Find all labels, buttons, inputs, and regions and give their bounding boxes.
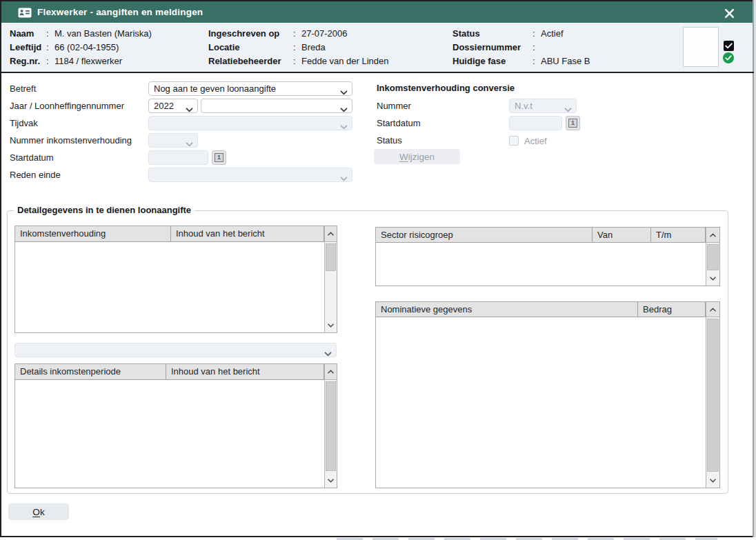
field-label: Naam <box>10 28 46 39</box>
chevron-up-icon <box>328 232 334 236</box>
header-field-regnr: Reg.nr.:1184 / flexwerker <box>10 55 122 66</box>
chevron-down-icon <box>324 348 332 357</box>
jaar-select[interactable]: 2022 <box>148 99 198 113</box>
window-title: Flexwerker - aangiften en meldingen <box>37 7 203 17</box>
nummer-inkomstenverhouding-label: Nummer inkomstenverhouding <box>10 135 132 146</box>
startdatum-calendar-button[interactable]: 1 <box>212 150 226 165</box>
close-button[interactable] <box>723 7 735 19</box>
inkomstenverhouding-table-header: Inkomstenverhouding Inhoud van het beric… <box>15 226 337 242</box>
scroll-down-button[interactable] <box>706 474 719 488</box>
startdatum-label: Startdatum <box>10 152 54 163</box>
conversie-nummer-selected-value: N.v.t <box>515 101 533 111</box>
scroll-up-button[interactable] <box>325 226 337 242</box>
chevron-down-icon <box>564 104 572 113</box>
conversie-startdatum-label: Startdatum <box>377 118 421 128</box>
field-label: Ingeschreven op <box>208 28 293 39</box>
field-separator: : <box>533 56 541 66</box>
field-value: ABU Fase B <box>541 56 590 66</box>
betreft-select[interactable]: Nog aan te geven loonaangifte <box>148 81 352 96</box>
nummer-inkomstenverhouding-select[interactable] <box>148 133 198 148</box>
ok-button[interactable]: Ok <box>8 503 69 520</box>
header-field-locatie: Locatie:Breda <box>208 41 326 52</box>
conversie-nummer-select[interactable]: N.v.t <box>509 99 577 113</box>
header-checkbox-checked[interactable] <box>724 41 734 51</box>
inkomstenverhouding-table-body[interactable] <box>15 242 324 332</box>
status-ok-badge <box>723 52 734 63</box>
scroll-up-button[interactable] <box>706 228 719 243</box>
sector-risicogroep-table-header: Sector risicogroep Van T/m <box>376 228 719 243</box>
close-icon <box>724 8 735 19</box>
field-separator: : <box>293 28 301 39</box>
chevron-down-icon <box>710 479 716 483</box>
scroll-down-button[interactable] <box>325 474 337 488</box>
field-label: Status <box>452 28 533 39</box>
inkomstenperiode-select[interactable] <box>14 343 337 357</box>
conversie-startdatum-calendar-button[interactable]: 1 <box>566 116 580 130</box>
conversie-startdatum-input[interactable] <box>509 116 562 130</box>
header-field-dossiernummer: Dossiernummer: <box>452 41 541 52</box>
check-icon <box>725 43 733 49</box>
column-header[interactable]: T/m <box>651 228 706 242</box>
field-label: Huidige fase <box>452 56 533 66</box>
column-header[interactable]: Details inkomstenperiode <box>15 364 166 379</box>
sector-risicogroep-table: Sector risicogroep Van T/m <box>375 227 720 286</box>
details-inkomstenperiode-table-header: Details inkomstenperiode Inhoud van het … <box>15 364 337 380</box>
jaar-loonheffingennummer-label: Jaar / Loonheffingennummer <box>10 101 124 111</box>
ok-button-label: k <box>40 507 45 517</box>
field-value: 66 (02-04-1955) <box>54 42 119 52</box>
chevron-down-icon <box>340 87 348 96</box>
scroll-down-button[interactable] <box>325 319 337 332</box>
scrollbar-thumb[interactable] <box>326 381 336 471</box>
field-value: Fedde van der Linden <box>301 56 388 66</box>
wijzigen-button-accel: W <box>399 152 408 162</box>
details-inkomstenperiode-table: Details inkomstenperiode Inhoud van het … <box>14 363 337 488</box>
field-value: M. van Basten (Mariska) <box>54 28 152 39</box>
inkomstenverhouding-table: Inkomstenverhouding Inhoud van het beric… <box>14 226 337 333</box>
loonheffingennummer-select[interactable] <box>201 99 352 113</box>
field-label: Reg.nr. <box>10 56 46 66</box>
tijdvak-select[interactable] <box>148 116 352 130</box>
scroll-up-button[interactable] <box>325 364 337 380</box>
details-inkomstenperiode-scrollbar[interactable] <box>324 364 337 488</box>
inkomstenverhouding-scrollbar[interactable] <box>324 226 337 332</box>
field-label: Dossiernummer <box>452 42 533 52</box>
header-divider <box>0 72 754 73</box>
nominatieve-gegevens-scrollbar[interactable] <box>706 302 719 488</box>
ok-button-accel: O <box>32 507 40 517</box>
sector-risicogroep-scrollbar[interactable] <box>706 228 719 286</box>
wijzigen-button-label: ijzigen <box>408 152 435 162</box>
column-header[interactable]: Van <box>593 228 651 242</box>
betreft-selected-value: Nog aan te geven loonaangifte <box>154 83 276 94</box>
column-header[interactable]: Nominatieve gegevens <box>376 302 638 317</box>
scrollbar-thumb[interactable] <box>326 243 336 271</box>
field-separator: : <box>46 28 54 39</box>
title-bar: Flexwerker - aangiften en meldingen <box>1 1 753 23</box>
column-header[interactable]: Inhoud van het bericht <box>166 364 324 379</box>
wijzigen-button[interactable]: Wijzigen <box>374 149 460 164</box>
nominatieve-gegevens-table-body[interactable] <box>376 317 706 488</box>
reden-einde-label: Reden einde <box>10 170 61 180</box>
scrollbar-thumb[interactable] <box>707 244 719 270</box>
sector-risicogroep-table-body[interactable] <box>376 243 706 286</box>
scroll-up-button[interactable] <box>706 302 719 317</box>
calendar-icon: 1 <box>215 153 223 162</box>
field-value: 1184 / flexwerker <box>54 56 122 66</box>
reden-einde-select[interactable] <box>148 168 352 182</box>
chevron-down-icon <box>710 277 716 281</box>
details-inkomstenperiode-table-body[interactable] <box>15 380 324 488</box>
column-header[interactable]: Sector risicogroep <box>376 228 593 242</box>
startdatum-input[interactable] <box>148 150 208 165</box>
scrollbar-thumb[interactable] <box>707 319 719 472</box>
conversie-actief-checkbox-label: Actief <box>524 136 547 146</box>
column-header[interactable]: Bedrag <box>638 302 706 317</box>
header-field-leeftijd: Leeftijd:66 (02-04-1955) <box>10 41 119 52</box>
check-icon <box>725 55 732 61</box>
column-header[interactable]: Inkomstenverhouding <box>15 226 171 241</box>
field-value: Actief <box>541 28 564 39</box>
conversie-actief-checkbox[interactable] <box>509 136 519 146</box>
field-separator: : <box>533 42 541 52</box>
column-header[interactable]: Inhoud van het bericht <box>171 226 324 241</box>
field-separator: : <box>293 56 301 66</box>
scroll-down-button[interactable] <box>706 272 719 286</box>
chevron-down-icon <box>340 104 348 113</box>
